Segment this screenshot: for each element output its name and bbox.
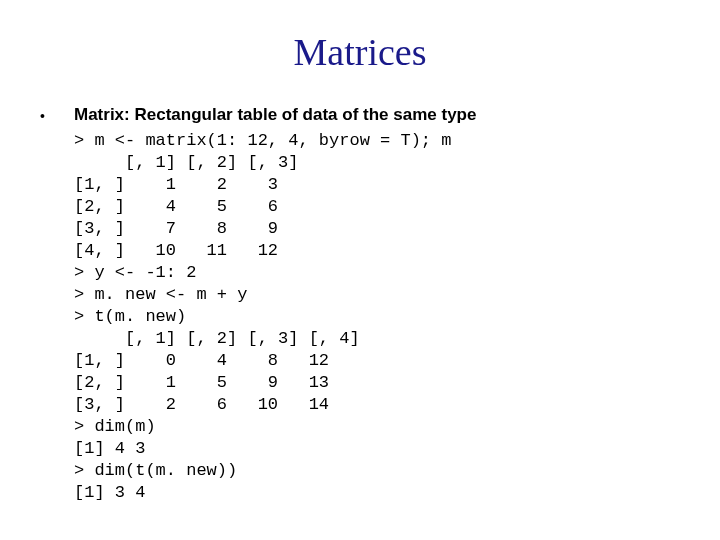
slide-title: Matrices (40, 30, 680, 74)
code-line: [, 1] [, 2] [, 3] [, 4] (74, 329, 360, 348)
slide: Matrices • Matrix: Rectangular table of … (0, 0, 720, 540)
code-line: [4, ] 10 11 12 (74, 241, 278, 260)
code-line: > m <- matrix(1: 12, 4, byrow = T); m (74, 131, 451, 150)
slide-body: • Matrix: Rectangular table of data of t… (40, 104, 680, 504)
code-line: [3, ] 7 8 9 (74, 219, 278, 238)
code-line: [1, ] 1 2 3 (74, 175, 278, 194)
code-line: [, 1] [, 2] [, 3] (74, 153, 298, 172)
code-line: [1, ] 0 4 8 12 (74, 351, 329, 370)
code-line: > dim(m) (74, 417, 156, 436)
lead-text: Matrix: Rectangular table of data of the… (74, 104, 680, 126)
slide-content: Matrix: Rectangular table of data of the… (74, 104, 680, 504)
bullet-marker: • (40, 104, 74, 127)
code-line: [2, ] 4 5 6 (74, 197, 278, 216)
code-line: > m. new <- m + y (74, 285, 247, 304)
code-line: > y <- -1: 2 (74, 263, 196, 282)
code-line: [1] 4 3 (74, 439, 145, 458)
code-line: [2, ] 1 5 9 13 (74, 373, 329, 392)
code-line: > dim(t(m. new)) (74, 461, 237, 480)
code-line: [3, ] 2 6 10 14 (74, 395, 329, 414)
code-line: > t(m. new) (74, 307, 186, 326)
code-block: > m <- matrix(1: 12, 4, byrow = T); m [,… (74, 130, 680, 504)
code-line: [1] 3 4 (74, 483, 145, 502)
